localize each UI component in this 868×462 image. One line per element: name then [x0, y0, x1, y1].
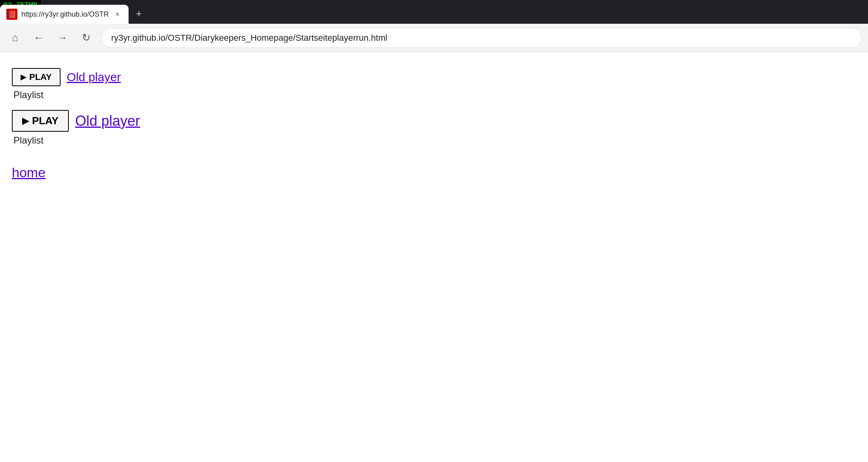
- play-button-1[interactable]: ▶ PLAY: [12, 68, 61, 86]
- play-triangle-icon-1: ▶: [21, 73, 26, 81]
- play-label-1: PLAY: [29, 72, 52, 82]
- home-link[interactable]: home: [12, 165, 45, 180]
- nav-bar: ⌂ ← → ↻ ry3yr.github.io/OSTR/Diarykeeper…: [0, 24, 868, 52]
- active-tab[interactable]: 📕 https://ry3yr.github.io/OSTR ×: [0, 5, 129, 24]
- tab-title: https://ry3yr.github.io/OSTR: [21, 10, 109, 19]
- forward-button[interactable]: →: [54, 29, 71, 47]
- play-triangle-icon-2: ▶: [22, 116, 29, 126]
- old-player-link-2[interactable]: Old player: [75, 113, 140, 129]
- browser-chrome: 📕 https://ry3yr.github.io/OSTR × + ⌂ ← →…: [0, 0, 868, 52]
- tab-favicon: 📕: [6, 9, 17, 20]
- home-section: home: [12, 165, 856, 180]
- home-button[interactable]: ⌂: [6, 29, 24, 47]
- old-player-link-1[interactable]: Old player: [67, 70, 121, 84]
- favicon-icon: 📕: [8, 10, 16, 19]
- tab-bar: 📕 https://ry3yr.github.io/OSTR × +: [0, 0, 868, 24]
- player-section-1: ▶ PLAY Old player Playlist: [12, 68, 856, 100]
- back-button[interactable]: ←: [30, 29, 47, 47]
- player-section-2: ▶ PLAY Old player Playlist: [12, 110, 856, 146]
- play-label-2: PLAY: [32, 115, 59, 127]
- player-row-1: ▶ PLAY Old player: [12, 68, 856, 86]
- tab-close-button[interactable]: ×: [113, 9, 122, 19]
- playlist-label-2: Playlist: [13, 135, 856, 146]
- address-bar[interactable]: ry3yr.github.io/OSTR/Diarykeepers_Homepa…: [101, 28, 862, 48]
- new-tab-button[interactable]: +: [130, 5, 148, 22]
- page-content: ▶ PLAY Old player Playlist ▶ PLAY Old pl…: [0, 52, 868, 462]
- address-text: ry3yr.github.io/OSTR/Diarykeepers_Homepa…: [111, 33, 387, 43]
- play-button-2[interactable]: ▶ PLAY: [12, 110, 69, 132]
- playlist-label-1: Playlist: [13, 89, 856, 100]
- player-row-2: ▶ PLAY Old player: [12, 110, 856, 132]
- reload-button[interactable]: ↻: [78, 29, 95, 47]
